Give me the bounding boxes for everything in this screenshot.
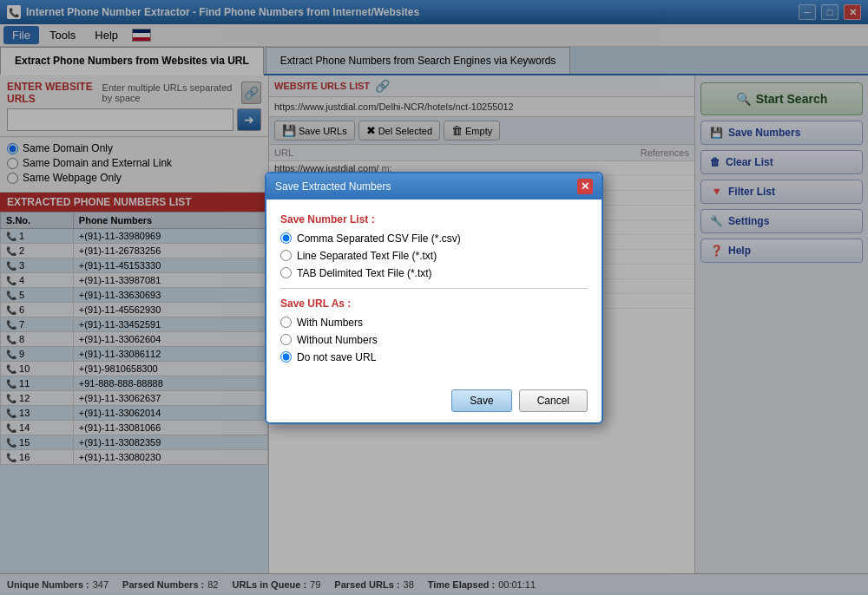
radio-txt-tab-label: TAB Delimited Text File (*.txt) [297, 267, 432, 279]
format-txt-tab-row: TAB Delimited Text File (*.txt) [280, 267, 588, 279]
modal-cancel-button[interactable]: Cancel [519, 389, 588, 412]
radio-url-with-numbers-label: With Numbers [297, 317, 363, 329]
format-csv-row: Comma Separated CSV File (*.csv) [280, 232, 588, 245]
radio-txt-line[interactable] [280, 250, 292, 261]
modal-overlay: Save Extracted Numbers ✕ Save Number Lis… [0, 0, 868, 595]
radio-url-without-numbers[interactable] [280, 334, 292, 345]
radio-txt-tab[interactable] [280, 267, 292, 278]
radio-txt-line-label: Line Separated Text File (*.txt) [297, 250, 437, 262]
save-url-as-label: Save URL As : [280, 298, 588, 310]
modal-save-button[interactable]: Save [451, 389, 511, 412]
modal-titlebar: Save Extracted Numbers ✕ [266, 173, 602, 199]
save-number-list-label: Save Number List : [280, 213, 588, 226]
save-extracted-modal: Save Extracted Numbers ✕ Save Number Lis… [265, 172, 603, 424]
url-with-nums-row: With Numbers [280, 317, 588, 329]
modal-close-button[interactable]: ✕ [577, 179, 593, 194]
radio-url-without-numbers-label: Without Numbers [297, 334, 378, 346]
radio-csv[interactable] [280, 232, 292, 244]
url-no-url-row: Do not save URL [280, 351, 588, 363]
radio-do-not-save-url-label: Do not save URL [297, 351, 376, 363]
radio-do-not-save-url[interactable] [280, 351, 292, 363]
format-txt-line-row: Line Separated Text File (*.txt) [280, 250, 588, 262]
modal-title: Save Extracted Numbers [275, 180, 391, 193]
modal-body: Save Number List : Comma Separated CSV F… [266, 199, 602, 382]
modal-footer: Save Cancel [266, 382, 602, 422]
radio-csv-label: Comma Separated CSV File (*.csv) [297, 232, 461, 245]
url-without-nums-row: Without Numbers [280, 334, 588, 346]
radio-url-with-numbers[interactable] [280, 317, 292, 328]
